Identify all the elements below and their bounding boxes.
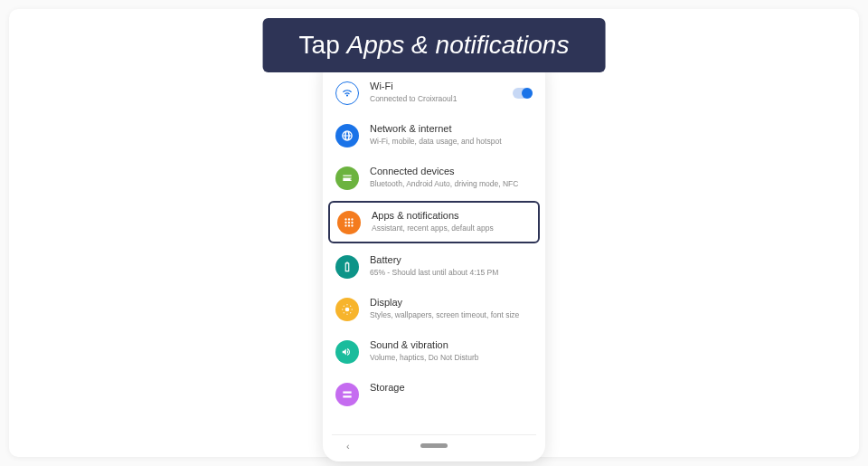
instruction-banner: Tap Apps & notifications xyxy=(263,18,606,72)
battery-subtitle: 65% - Should last until about 4:15 PM xyxy=(370,268,533,278)
settings-item-apps-notifications[interactable]: Apps & notifications Assistant, recent a… xyxy=(328,201,540,243)
display-text: Display Styles, wallpapers, screen timeo… xyxy=(370,297,533,320)
back-button[interactable]: ‹ xyxy=(346,441,350,452)
network-title: Network & internet xyxy=(370,123,533,135)
settings-item-network[interactable]: Network & internet Wi-Fi, mobile, data u… xyxy=(323,114,545,157)
settings-list: Wi-Fi Connected to Croixraoul1 Network &… xyxy=(323,71,545,406)
battery-icon xyxy=(335,255,359,279)
battery-title: Battery xyxy=(370,254,533,266)
settings-item-display[interactable]: Display Styles, wallpapers, screen timeo… xyxy=(323,288,545,330)
storage-icon xyxy=(335,383,359,406)
connected-subtitle: Bluetooth, Android Auto, driving mode, N… xyxy=(370,179,533,189)
svg-point-1 xyxy=(348,218,350,220)
sound-subtitle: Volume, haptics, Do Not Disturb xyxy=(370,353,533,363)
svg-point-4 xyxy=(348,222,350,223)
apps-text: Apps & notifications Assistant, recent a… xyxy=(372,210,531,233)
settings-item-connected-devices[interactable]: Connected devices Bluetooth, Android Aut… xyxy=(323,157,545,199)
apps-grid-icon xyxy=(337,211,361,234)
connected-title: Connected devices xyxy=(370,166,533,177)
screenshot-card: Tap Apps & notifications Wi-Fi Connected… xyxy=(9,9,859,457)
display-title: Display xyxy=(370,297,533,309)
svg-point-6 xyxy=(344,224,346,226)
svg-point-3 xyxy=(344,222,346,223)
volume-icon xyxy=(335,340,359,364)
devices-icon xyxy=(335,166,359,190)
battery-text: Battery 65% - Should last until about 4:… xyxy=(370,254,533,278)
brightness-icon xyxy=(335,298,359,321)
svg-point-0 xyxy=(344,218,346,220)
storage-text: Storage xyxy=(370,382,533,394)
settings-item-storage[interactable]: Storage xyxy=(323,373,545,406)
svg-point-5 xyxy=(351,222,353,223)
wifi-toggle[interactable] xyxy=(513,88,533,99)
instruction-prefix: Tap xyxy=(299,31,347,59)
connected-text: Connected devices Bluetooth, Android Aut… xyxy=(370,166,533,189)
wifi-text: Wi-Fi Connected to Croixraoul1 xyxy=(370,81,502,104)
svg-point-2 xyxy=(351,218,353,220)
display-subtitle: Styles, wallpapers, screen timeout, font… xyxy=(370,310,533,320)
network-text: Network & internet Wi-Fi, mobile, data u… xyxy=(370,123,533,147)
wifi-icon xyxy=(335,81,359,105)
svg-point-9 xyxy=(345,308,350,312)
network-subtitle: Wi-Fi, mobile, data usage, and hotspot xyxy=(370,137,533,147)
storage-title: Storage xyxy=(370,382,533,394)
sound-text: Sound & vibration Volume, haptics, Do No… xyxy=(370,339,533,363)
svg-point-7 xyxy=(348,224,350,226)
globe-icon xyxy=(335,124,359,147)
wifi-title: Wi-Fi xyxy=(370,81,502,92)
home-pill[interactable] xyxy=(420,443,448,448)
phone-frame: Wi-Fi Connected to Croixraoul1 Network &… xyxy=(323,59,545,461)
sound-title: Sound & vibration xyxy=(370,339,533,351)
svg-point-8 xyxy=(351,224,353,226)
apps-subtitle: Assistant, recent apps, default apps xyxy=(372,223,531,233)
settings-item-battery[interactable]: Battery 65% - Should last until about 4:… xyxy=(323,245,545,288)
navigation-bar: ‹ xyxy=(332,434,536,456)
wifi-subtitle: Connected to Croixraoul1 xyxy=(370,94,502,104)
instruction-emphasis: Apps & notifications xyxy=(347,31,570,59)
apps-title: Apps & notifications xyxy=(372,210,531,222)
settings-item-wifi[interactable]: Wi-Fi Connected to Croixraoul1 xyxy=(323,71,545,114)
settings-item-sound[interactable]: Sound & vibration Volume, haptics, Do No… xyxy=(323,330,545,373)
